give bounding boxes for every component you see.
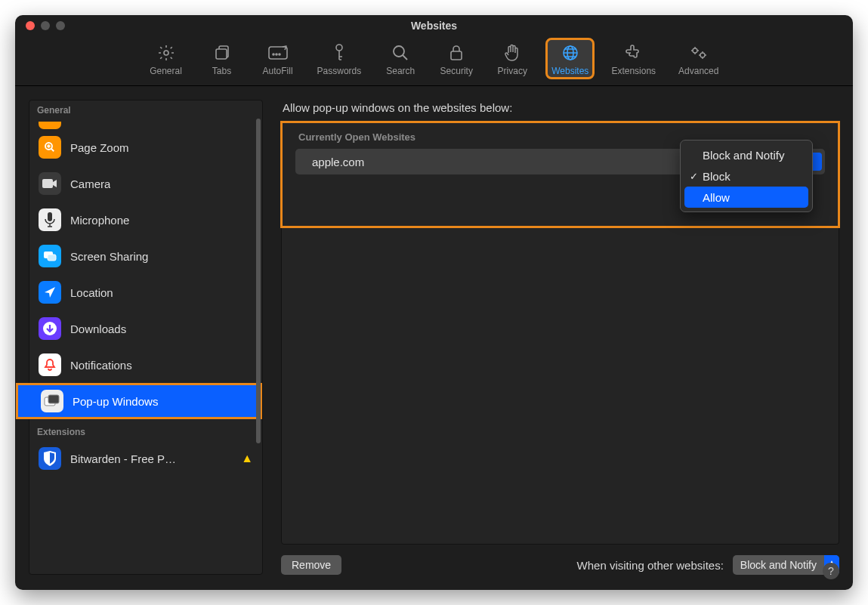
sidebar-section-general: General [29, 100, 262, 119]
sidebar-item-label: Microphone [70, 214, 129, 227]
tab-passwords[interactable]: Passwords [313, 39, 366, 78]
tab-label: General [150, 66, 182, 76]
sidebar-item-location[interactable]: Location [29, 274, 262, 310]
popup-option-allow[interactable]: Allow [684, 187, 808, 208]
search-icon [390, 42, 411, 63]
tab-autofill[interactable]: AutoFill [257, 39, 299, 78]
globe-icon [560, 42, 581, 63]
sidebar-item-label: Camera [70, 177, 110, 190]
svg-rect-14 [42, 179, 53, 188]
svg-point-4 [276, 54, 277, 55]
sidebar-item-label: Screen Sharing [70, 250, 148, 263]
button-label: Remove [292, 559, 331, 571]
svg-point-5 [279, 54, 280, 55]
microphone-icon [39, 208, 61, 231]
gear-icon [156, 42, 177, 63]
titlebar: Websites [15, 15, 853, 36]
tab-security[interactable]: Security [435, 39, 477, 78]
svg-rect-20 [48, 395, 59, 403]
screen-sharing-icon [39, 245, 61, 267]
sidebar-item-bitwarden[interactable]: Bitwarden - Free P… ▲ [29, 440, 262, 477]
lock-icon [446, 42, 467, 63]
dropdown-value: Block and Notify [733, 559, 824, 571]
sidebar-section-extensions: Extensions [29, 422, 262, 440]
tab-extensions[interactable]: Extensions [607, 39, 660, 78]
sidebar-item-page-zoom[interactable]: Page Zoom [29, 129, 262, 165]
help-button[interactable]: ? [823, 563, 839, 579]
bottom-bar: Remove When visiting other websites: Blo… [281, 555, 839, 575]
puzzle-icon [623, 42, 644, 63]
preferences-window: Websites General Tabs AutoFill Pass [15, 15, 853, 590]
svg-rect-17 [48, 255, 56, 261]
autofill-icon [267, 42, 289, 63]
svg-point-6 [336, 45, 342, 51]
warning-icon: ▲ [241, 452, 253, 465]
tab-search[interactable]: Search [379, 39, 422, 78]
remove-button[interactable]: Remove [281, 555, 341, 575]
svg-point-3 [273, 54, 274, 55]
tab-label: Advanced [678, 66, 718, 76]
tab-label: Tabs [212, 66, 231, 76]
sidebar-item-label: Bitwarden - Free P… [70, 452, 176, 465]
svg-rect-15 [48, 212, 52, 221]
permission-popup-menu: Block and Notify Block Allow [680, 140, 813, 212]
websites-listbox: Currently Open Websites apple.com Block … [281, 122, 839, 545]
key-icon [329, 42, 350, 63]
sidebar-item-notifications[interactable]: Notifications [29, 347, 262, 383]
sidebar-item-popup-windows[interactable]: Pop-up Windows [16, 383, 262, 419]
shield-icon [39, 447, 61, 470]
option-label: Block [703, 170, 731, 183]
sidebar-item-downloads[interactable]: Downloads [29, 310, 262, 347]
tab-advanced[interactable]: Advanced [674, 39, 723, 78]
popup-option-block[interactable]: Block [684, 165, 808, 187]
svg-point-7 [394, 46, 404, 57]
tab-label: Passwords [317, 66, 362, 76]
camera-icon [39, 172, 61, 195]
sidebar-item-label: Pop-up Windows [73, 395, 158, 408]
bell-icon [39, 353, 61, 376]
downloads-icon [39, 317, 61, 340]
body: General Page Zoom Camera [15, 86, 853, 590]
sidebar-item-label: Location [70, 286, 113, 299]
sidebar-item-screen-sharing[interactable]: Screen Sharing [29, 238, 262, 274]
svg-point-0 [164, 51, 168, 55]
website-row-apple[interactable]: apple.com Block and Notify Block Allow [295, 149, 825, 174]
gears-icon [688, 42, 709, 63]
svg-rect-8 [451, 51, 462, 60]
windows-icon [41, 390, 63, 412]
tab-label: Security [440, 66, 473, 76]
tab-general[interactable]: General [145, 39, 187, 78]
main-pane: Allow pop-up windows on the websites bel… [281, 100, 839, 575]
window-title: Websites [15, 20, 853, 32]
tabs-icon [212, 42, 233, 63]
tab-label: Privacy [498, 66, 527, 76]
preferences-toolbar: General Tabs AutoFill Passwords Search [15, 36, 853, 86]
svg-point-12 [700, 53, 705, 57]
option-label: Allow [703, 191, 730, 204]
sidebar-scrollbar[interactable] [256, 119, 261, 443]
tab-privacy[interactable]: Privacy [491, 39, 533, 78]
sidebar-item-label: Page Zoom [70, 141, 129, 154]
tab-tabs[interactable]: Tabs [201, 39, 243, 78]
option-label: Block and Notify [703, 149, 784, 162]
hand-icon [502, 42, 523, 63]
main-heading: Allow pop-up windows on the websites bel… [283, 101, 839, 114]
sidebar-item-camera[interactable]: Camera [29, 165, 262, 202]
sidebar-item-microphone[interactable]: Microphone [29, 202, 262, 238]
sidebar-item-partial[interactable] [39, 122, 61, 129]
sidebar-list: Page Zoom Camera Microphone [29, 129, 262, 419]
sidebar: General Page Zoom Camera [29, 100, 263, 575]
tab-label: Websites [551, 66, 588, 76]
sidebar-item-label: Downloads [70, 323, 126, 335]
zoom-icon [39, 136, 61, 159]
svg-rect-1 [216, 49, 227, 59]
help-label: ? [828, 565, 834, 577]
tab-websites[interactable]: Websites [547, 39, 593, 78]
popup-option-block-notify[interactable]: Block and Notify [684, 144, 808, 165]
other-websites-label: When visiting other websites: [577, 559, 724, 572]
tab-label: Search [386, 66, 415, 76]
sidebar-item-label: Notifications [70, 359, 132, 372]
svg-rect-2 [269, 47, 287, 59]
svg-point-11 [693, 48, 697, 53]
tab-label: Extensions [611, 66, 656, 76]
